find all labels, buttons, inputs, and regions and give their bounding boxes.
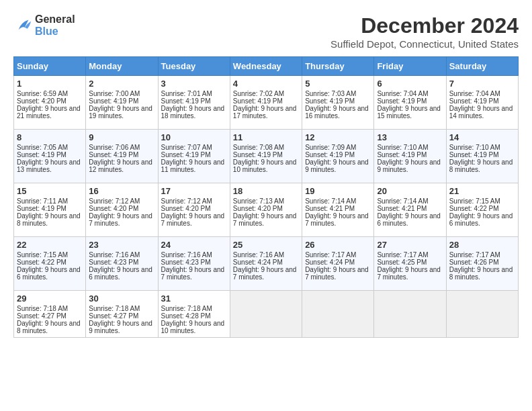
calendar-cell: 29Sunrise: 7:18 AMSunset: 4:27 PMDayligh…: [14, 291, 86, 338]
calendar-cell: 16Sunrise: 7:12 AMSunset: 4:20 PMDayligh…: [86, 183, 158, 237]
calendar-cell: 11Sunrise: 7:08 AMSunset: 4:19 PMDayligh…: [230, 130, 302, 183]
day-number: 26: [305, 240, 371, 250]
calendar-cell: 2Sunrise: 7:00 AMSunset: 4:19 PMDaylight…: [86, 76, 158, 130]
day-number: 27: [377, 240, 443, 250]
day-number: 24: [161, 240, 227, 250]
calendar-cell: 5Sunrise: 7:03 AMSunset: 4:19 PMDaylight…: [302, 76, 374, 130]
calendar-table: SundayMondayTuesdayWednesdayThursdayFrid…: [13, 56, 519, 338]
calendar-cell: 3Sunrise: 7:01 AMSunset: 4:19 PMDaylight…: [158, 76, 230, 130]
day-number: 22: [17, 240, 83, 250]
day-number: 13: [377, 132, 443, 142]
calendar-cell: 1Sunrise: 6:59 AMSunset: 4:20 PMDaylight…: [14, 76, 86, 130]
day-number: 19: [305, 186, 371, 196]
calendar-cell: 25Sunrise: 7:16 AMSunset: 4:24 PMDayligh…: [230, 237, 302, 291]
col-header-saturday: Saturday: [446, 57, 518, 76]
calendar-cell: 4Sunrise: 7:02 AMSunset: 4:19 PMDaylight…: [230, 76, 302, 130]
calendar-cell: 12Sunrise: 7:09 AMSunset: 4:19 PMDayligh…: [302, 130, 374, 183]
month-title: December 2024: [330, 13, 519, 38]
day-number: 28: [449, 240, 515, 250]
day-number: 7: [449, 79, 515, 89]
title-area: December 2024 Suffield Depot, Connecticu…: [330, 13, 519, 50]
day-number: 9: [89, 132, 154, 142]
calendar-cell: 15Sunrise: 7:11 AMSunset: 4:19 PMDayligh…: [14, 183, 86, 237]
calendar-cell: 10Sunrise: 7:07 AMSunset: 4:19 PMDayligh…: [158, 130, 230, 183]
day-number: 29: [17, 293, 83, 304]
calendar-cell: [374, 291, 446, 338]
logo-text: General Blue: [35, 13, 75, 37]
calendar-cell: 22Sunrise: 7:15 AMSunset: 4:22 PMDayligh…: [14, 237, 86, 291]
day-number: 17: [161, 186, 227, 196]
day-number: 4: [233, 79, 299, 89]
day-number: 11: [233, 132, 299, 142]
day-number: 18: [233, 186, 299, 196]
calendar-cell: 13Sunrise: 7:10 AMSunset: 4:19 PMDayligh…: [374, 130, 446, 183]
col-header-tuesday: Tuesday: [158, 57, 230, 76]
col-header-sunday: Sunday: [14, 57, 86, 76]
calendar-cell: 20Sunrise: 7:14 AMSunset: 4:21 PMDayligh…: [374, 183, 446, 237]
calendar-cell: 31Sunrise: 7:18 AMSunset: 4:28 PMDayligh…: [158, 291, 230, 338]
calendar-cell: 30Sunrise: 7:18 AMSunset: 4:27 PMDayligh…: [86, 291, 158, 338]
col-header-thursday: Thursday: [302, 57, 374, 76]
day-number: 30: [89, 293, 154, 304]
day-number: 5: [305, 79, 371, 89]
calendar-cell: 23Sunrise: 7:16 AMSunset: 4:23 PMDayligh…: [86, 237, 158, 291]
day-number: 10: [161, 132, 227, 142]
day-number: 6: [377, 79, 443, 89]
calendar-cell: 24Sunrise: 7:16 AMSunset: 4:23 PMDayligh…: [158, 237, 230, 291]
day-number: 21: [449, 186, 515, 196]
calendar-cell: 18Sunrise: 7:13 AMSunset: 4:20 PMDayligh…: [230, 183, 302, 237]
page-header: General Blue December 2024 Suffield Depo…: [13, 13, 519, 50]
calendar-cell: [302, 291, 374, 338]
col-header-friday: Friday: [374, 57, 446, 76]
day-number: 16: [89, 186, 154, 196]
calendar-cell: 27Sunrise: 7:17 AMSunset: 4:25 PMDayligh…: [374, 237, 446, 291]
calendar-cell: [446, 291, 518, 338]
calendar-cell: 26Sunrise: 7:17 AMSunset: 4:24 PMDayligh…: [302, 237, 374, 291]
day-number: 25: [233, 240, 299, 250]
day-number: 1: [17, 79, 83, 89]
day-number: 8: [17, 132, 83, 142]
calendar-cell: 6Sunrise: 7:04 AMSunset: 4:19 PMDaylight…: [374, 76, 446, 130]
calendar-cell: 21Sunrise: 7:15 AMSunset: 4:22 PMDayligh…: [446, 183, 518, 237]
calendar-cell: 19Sunrise: 7:14 AMSunset: 4:21 PMDayligh…: [302, 183, 374, 237]
calendar-cell: 28Sunrise: 7:17 AMSunset: 4:26 PMDayligh…: [446, 237, 518, 291]
day-number: 12: [305, 132, 371, 142]
day-number: 2: [89, 79, 154, 89]
calendar-cell: [230, 291, 302, 338]
day-number: 14: [449, 132, 515, 142]
day-number: 15: [17, 186, 83, 196]
col-header-wednesday: Wednesday: [230, 57, 302, 76]
day-number: 31: [161, 293, 227, 304]
day-number: 3: [161, 79, 227, 89]
logo: General Blue: [13, 13, 75, 37]
calendar-cell: 9Sunrise: 7:06 AMSunset: 4:19 PMDaylight…: [86, 130, 158, 183]
calendar-cell: 8Sunrise: 7:05 AMSunset: 4:19 PMDaylight…: [14, 130, 86, 183]
col-header-monday: Monday: [86, 57, 158, 76]
location-subtitle: Suffield Depot, Connecticut, United Stat…: [330, 38, 519, 50]
calendar-cell: 17Sunrise: 7:12 AMSunset: 4:20 PMDayligh…: [158, 183, 230, 237]
day-number: 20: [377, 186, 443, 196]
calendar-cell: 14Sunrise: 7:10 AMSunset: 4:19 PMDayligh…: [446, 130, 518, 183]
logo-icon: [13, 16, 32, 35]
calendar-cell: 7Sunrise: 7:04 AMSunset: 4:19 PMDaylight…: [446, 76, 518, 130]
day-number: 23: [89, 240, 154, 250]
